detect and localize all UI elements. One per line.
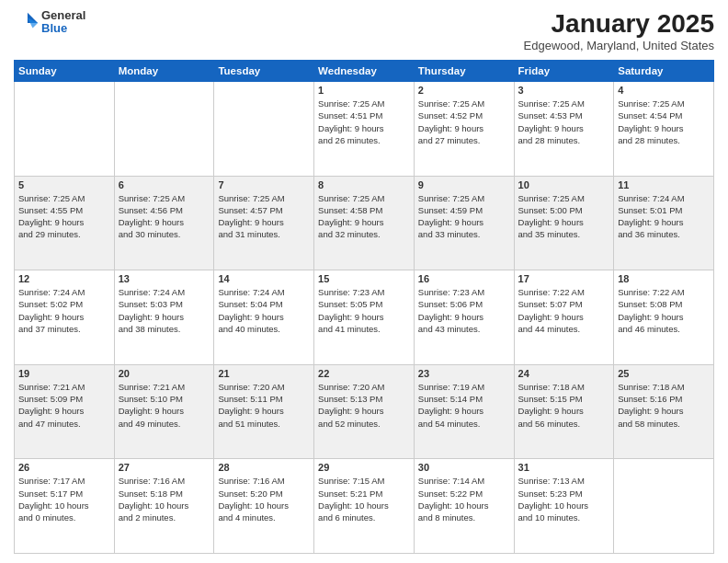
cell-content: Sunrise: 7:24 AMSunset: 5:02 PMDaylight:… — [18, 286, 110, 335]
day-number: 10 — [518, 179, 610, 190]
cell-line: and 27 minutes. — [418, 134, 510, 146]
cell-line: Sunset: 4:58 PM — [318, 204, 410, 216]
cell-line: Sunset: 4:56 PM — [119, 204, 210, 216]
cell-line: Sunrise: 7:17 AM — [18, 475, 110, 487]
cell-content: Sunrise: 7:13 AMSunset: 5:23 PMDaylight:… — [518, 475, 610, 523]
cell-line: Daylight: 9 hours — [318, 216, 410, 228]
day-number: 7 — [218, 179, 310, 190]
day-header-tuesday: Tuesday — [214, 61, 314, 82]
cell-line: and 2 minutes. — [119, 511, 210, 523]
cell-line: Sunrise: 7:25 AM — [418, 192, 510, 204]
day-number: 20 — [119, 368, 210, 379]
calendar-cell: 12Sunrise: 7:24 AMSunset: 5:02 PMDayligh… — [15, 270, 115, 365]
cell-line: and 30 minutes. — [119, 228, 210, 240]
logo: General Blue — [14, 9, 85, 36]
cell-line: Sunset: 4:51 PM — [318, 109, 410, 121]
calendar-cell: 21Sunrise: 7:20 AMSunset: 5:11 PMDayligh… — [214, 364, 314, 459]
calendar-cell — [214, 82, 314, 177]
cell-line: Sunrise: 7:20 AM — [318, 381, 410, 393]
day-number: 5 — [18, 179, 110, 190]
logo-text: General Blue — [41, 9, 85, 36]
cell-line: Sunrise: 7:14 AM — [418, 475, 510, 487]
logo-icon — [14, 9, 40, 35]
day-number: 24 — [518, 368, 610, 379]
cell-line: Sunset: 5:11 PM — [218, 393, 310, 405]
cell-line: Sunset: 5:15 PM — [518, 393, 610, 405]
cell-line: Sunrise: 7:25 AM — [318, 192, 410, 204]
day-number: 21 — [218, 368, 310, 379]
cell-line: Sunset: 4:59 PM — [418, 204, 510, 216]
cell-line: Sunset: 5:01 PM — [618, 204, 710, 216]
cell-line: Sunset: 4:53 PM — [518, 109, 610, 121]
cell-line: and 54 minutes. — [418, 418, 510, 430]
cell-line: Daylight: 9 hours — [18, 311, 110, 323]
calendar-cell: 31Sunrise: 7:13 AMSunset: 5:23 PMDayligh… — [514, 459, 614, 554]
cell-line: Sunrise: 7:24 AM — [218, 286, 310, 298]
cell-content: Sunrise: 7:16 AMSunset: 5:18 PMDaylight:… — [119, 475, 210, 523]
cell-line: Sunrise: 7:24 AM — [18, 286, 110, 298]
cell-line: Daylight: 9 hours — [618, 122, 710, 134]
calendar-cell: 18Sunrise: 7:22 AMSunset: 5:08 PMDayligh… — [614, 270, 714, 365]
cell-content: Sunrise: 7:25 AMSunset: 4:59 PMDaylight:… — [418, 192, 510, 241]
header-row: SundayMondayTuesdayWednesdayThursdayFrid… — [15, 61, 714, 82]
cell-line: Sunrise: 7:16 AM — [119, 475, 210, 487]
cell-line: Sunrise: 7:22 AM — [518, 286, 610, 298]
cell-line: Daylight: 10 hours — [218, 500, 310, 511]
calendar-week-2: 5Sunrise: 7:25 AMSunset: 4:55 PMDaylight… — [15, 176, 714, 270]
calendar-cell: 25Sunrise: 7:18 AMSunset: 5:16 PMDayligh… — [614, 364, 714, 459]
calendar-week-3: 12Sunrise: 7:24 AMSunset: 5:02 PMDayligh… — [15, 270, 714, 365]
cell-content: Sunrise: 7:17 AMSunset: 5:17 PMDaylight:… — [18, 475, 110, 523]
logo-general-text: General — [41, 9, 85, 22]
cell-content: Sunrise: 7:24 AMSunset: 5:04 PMDaylight:… — [218, 286, 310, 335]
calendar-cell: 16Sunrise: 7:23 AMSunset: 5:06 PMDayligh… — [414, 270, 514, 365]
cell-line: and 43 minutes. — [418, 323, 510, 335]
cell-content: Sunrise: 7:23 AMSunset: 5:05 PMDaylight:… — [318, 286, 410, 335]
cell-line: and 38 minutes. — [119, 323, 210, 335]
day-header-monday: Monday — [114, 61, 214, 82]
day-number: 12 — [18, 273, 110, 284]
calendar-week-5: 26Sunrise: 7:17 AMSunset: 5:17 PMDayligh… — [15, 459, 714, 554]
cell-line: Sunrise: 7:23 AM — [418, 286, 510, 298]
calendar-cell: 17Sunrise: 7:22 AMSunset: 5:07 PMDayligh… — [514, 270, 614, 365]
cell-content: Sunrise: 7:15 AMSunset: 5:21 PMDaylight:… — [318, 475, 410, 523]
cell-line: Daylight: 10 hours — [119, 500, 210, 511]
cell-line: Sunrise: 7:25 AM — [119, 192, 210, 204]
calendar-cell: 24Sunrise: 7:18 AMSunset: 5:15 PMDayligh… — [514, 364, 614, 459]
location: Edgewood, Maryland, United States — [524, 39, 714, 52]
cell-content: Sunrise: 7:25 AMSunset: 4:51 PMDaylight:… — [318, 98, 410, 146]
calendar-cell: 7Sunrise: 7:25 AMSunset: 4:57 PMDaylight… — [214, 176, 314, 270]
day-number: 3 — [518, 85, 610, 96]
cell-line: Sunrise: 7:25 AM — [618, 98, 710, 109]
cell-line: and 29 minutes. — [18, 228, 110, 240]
day-header-friday: Friday — [514, 61, 614, 82]
header: General Blue January 2025 Edgewood, Mary… — [14, 9, 714, 52]
calendar-cell: 29Sunrise: 7:15 AMSunset: 5:21 PMDayligh… — [314, 459, 415, 554]
day-number: 14 — [218, 273, 310, 284]
cell-line: Daylight: 9 hours — [618, 216, 710, 228]
day-number: 23 — [418, 368, 510, 379]
cell-line: Sunset: 5:17 PM — [18, 488, 110, 500]
cell-content: Sunrise: 7:22 AMSunset: 5:07 PMDaylight:… — [518, 286, 610, 335]
cell-content: Sunrise: 7:20 AMSunset: 5:11 PMDaylight:… — [218, 381, 310, 430]
cell-line: and 58 minutes. — [618, 418, 710, 430]
cell-content: Sunrise: 7:25 AMSunset: 4:54 PMDaylight:… — [618, 98, 710, 146]
cell-line: Sunrise: 7:24 AM — [618, 192, 710, 204]
cell-line: Sunrise: 7:22 AM — [618, 286, 710, 298]
cell-line: Sunset: 5:07 PM — [518, 298, 610, 310]
calendar-cell: 13Sunrise: 7:24 AMSunset: 5:03 PMDayligh… — [114, 270, 214, 365]
cell-line: and 44 minutes. — [518, 323, 610, 335]
cell-line: Sunset: 4:55 PM — [18, 204, 110, 216]
calendar-week-1: 1Sunrise: 7:25 AMSunset: 4:51 PMDaylight… — [15, 82, 714, 177]
cell-line: Sunset: 5:03 PM — [119, 298, 210, 310]
cell-line: and 35 minutes. — [518, 228, 610, 240]
cell-content: Sunrise: 7:14 AMSunset: 5:22 PMDaylight:… — [418, 475, 510, 523]
cell-line: Daylight: 9 hours — [418, 216, 510, 228]
cell-line: Daylight: 9 hours — [318, 405, 410, 417]
cell-line: Sunset: 5:08 PM — [618, 298, 710, 310]
cell-line: Sunrise: 7:25 AM — [418, 98, 510, 109]
cell-line: Daylight: 9 hours — [119, 405, 210, 417]
cell-line: Sunrise: 7:23 AM — [318, 286, 410, 298]
calendar-cell: 8Sunrise: 7:25 AMSunset: 4:58 PMDaylight… — [314, 176, 415, 270]
cell-line: and 8 minutes. — [418, 511, 510, 523]
day-number: 4 — [618, 85, 710, 96]
